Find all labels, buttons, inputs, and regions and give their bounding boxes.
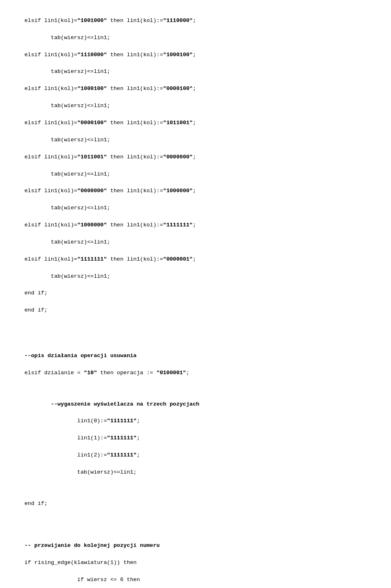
code-line: elsif lin1(kol)="1000100" then lin1(kol)… bbox=[24, 85, 367, 93]
code-line: tab(wiersz)<=lin1; bbox=[24, 170, 367, 179]
code-line: lin1(2):="1111111"; bbox=[24, 451, 367, 460]
code-line: end if; bbox=[24, 306, 367, 315]
code-line: tab(wiersz)<=lin1; bbox=[24, 204, 367, 213]
code-line: elsif dzialanie = "10" then operacja := … bbox=[24, 369, 367, 377]
code-block-top: elsif lin1(kol)="1001000" then lin1(kol)… bbox=[24, 8, 367, 332]
code-line: elsif lin1(kol)="1011001" then lin1(kol)… bbox=[24, 153, 367, 162]
section-comment: --opis działania operacji usuwania bbox=[24, 352, 367, 360]
spacer bbox=[24, 332, 367, 343]
code-line: elsif lin1(kol)="1110000" then lin1(kol)… bbox=[24, 51, 367, 59]
code-line: lin1(1):="1111111"; bbox=[24, 434, 367, 443]
code-line: elsif lin1(kol)="1111111" then lin1(kol)… bbox=[24, 255, 367, 264]
subsection-comment: --wygaszenie wyświetlacza na trzech pozy… bbox=[24, 400, 367, 409]
code-line: tab(wiersz)<=lin1; bbox=[24, 102, 367, 110]
spacer2 bbox=[24, 525, 367, 533]
code-line: elsif lin1(kol)="1000000" then lin1(kol)… bbox=[24, 221, 367, 230]
code-line: if wiersz <= 6 then bbox=[24, 576, 367, 584]
code-line: tab(wiersz)<=lin1; bbox=[24, 272, 367, 281]
code-line: tab(wiersz)<=lin1; bbox=[24, 238, 367, 247]
code-line: tab(wiersz)<=lin1; bbox=[24, 468, 367, 477]
section-comment-2: -- przewijanie do kolejnej pozycji numer… bbox=[24, 542, 367, 550]
code-line: end if; bbox=[24, 500, 367, 508]
code-line: if rising_edge(klawiatura(1)) then bbox=[24, 559, 367, 567]
code-line: tab(wiersz)<=lin1; bbox=[24, 136, 367, 145]
code-line: lin1(0):="1111111"; bbox=[24, 417, 367, 426]
code-line: end if; bbox=[24, 289, 367, 298]
code-line: elsif lin1(kol)="1001000" then lin1(kol)… bbox=[24, 17, 367, 25]
section-delete: --opis działania operacji usuwania elsif… bbox=[24, 343, 367, 525]
code-line: tab(wiersz)<=lin1; bbox=[24, 34, 367, 42]
section-scroll-row: -- przewijanie do kolejnej pozycji numer… bbox=[24, 533, 367, 588]
code-line: elsif lin1(kol)="0000100" then lin1(kol)… bbox=[24, 119, 367, 127]
page-content: elsif lin1(kol)="1001000" then lin1(kol)… bbox=[0, 0, 391, 588]
code-line: elsif lin1(kol)="0000000" then lin1(kol)… bbox=[24, 187, 367, 195]
code-line: tab(wiersz)<=lin1; bbox=[24, 68, 367, 76]
